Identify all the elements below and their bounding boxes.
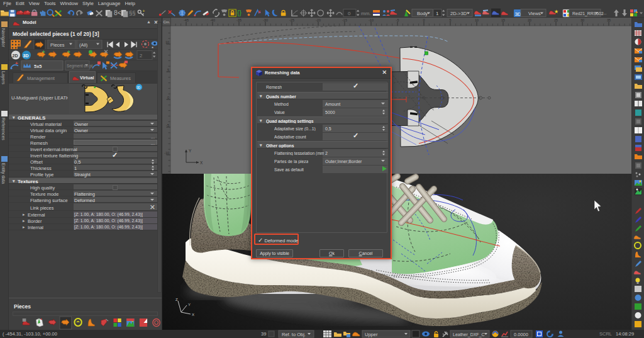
svg-text:x: x: [258, 9, 261, 14]
svg-text:Ref. to Obj.: Ref. to Obj.: [282, 332, 306, 337]
svg-text:Y: Y: [188, 303, 191, 307]
svg-text:0: 0: [167, 96, 169, 99]
svg-text:Body: Body: [417, 11, 428, 16]
svg-text:3D: 3D: [514, 11, 521, 17]
svg-text:-20: -20: [316, 18, 321, 22]
svg-text:5x5: 5x5: [34, 64, 42, 69]
svg-text:-35: -35: [236, 18, 242, 22]
svg-text:Cm.: Cm.: [164, 20, 170, 24]
svg-text:-40: -40: [210, 18, 215, 22]
svg-text:*: *: [152, 45, 153, 50]
svg-text:Red21_RRS502: Red21_RRS502: [572, 11, 604, 16]
svg-text:-5: -5: [166, 123, 169, 127]
svg-text:25: 25: [554, 18, 558, 22]
svg-text:15: 15: [501, 18, 505, 22]
svg-text:★: ★: [554, 9, 558, 14]
svg-text:...: ...: [602, 9, 607, 16]
svg-text:10: 10: [165, 40, 169, 44]
svg-text:Upper: Upper: [365, 332, 378, 337]
svg-text:X: X: [200, 161, 203, 165]
svg-text:1: 1: [436, 11, 439, 16]
svg-text:(All): (All): [79, 42, 88, 48]
svg-text:3D: 3D: [136, 86, 141, 89]
svg-text:-10: -10: [164, 151, 169, 155]
svg-text:-45: -45: [184, 18, 189, 22]
svg-text:-10: -10: [369, 18, 374, 22]
svg-text:§§: §§: [129, 9, 136, 16]
svg-text:5: 5: [167, 68, 169, 72]
svg-text:Z: Z: [175, 298, 178, 301]
svg-text:-15: -15: [342, 18, 347, 22]
svg-text:0.0000: 0.0000: [514, 332, 528, 337]
svg-text:30: 30: [580, 18, 584, 22]
svg-text:-25: -25: [289, 18, 294, 22]
svg-text:2D->3D: 2D->3D: [450, 11, 467, 16]
svg-text:-5: -5: [396, 18, 399, 22]
svg-text:-30: -30: [263, 18, 268, 22]
svg-text:Leather_DXF_C: Leather_DXF_C: [453, 332, 485, 337]
svg-text:10: 10: [475, 18, 479, 22]
svg-text:mm.: mm.: [361, 11, 371, 16]
svg-text:+: +: [67, 50, 70, 55]
svg-text:2: 2: [140, 53, 142, 59]
svg-text:X: X: [192, 313, 194, 317]
svg-text:{}: {}: [237, 9, 242, 16]
svg-text:2D: 2D: [13, 54, 18, 58]
svg-text:3D: 3D: [23, 54, 29, 58]
svg-text:+: +: [143, 9, 145, 13]
svg-text:+: +: [42, 50, 45, 55]
svg-text:8<: 8<: [114, 9, 121, 16]
svg-text:-: -: [79, 50, 80, 55]
svg-text:+: +: [15, 60, 18, 66]
svg-text:20: 20: [528, 18, 531, 22]
svg-text:Y: Y: [189, 149, 192, 153]
svg-text:35: 35: [607, 18, 611, 22]
svg-text:Pieces: Pieces: [50, 42, 65, 48]
svg-text:Segment on pi: Segment on pi: [67, 64, 92, 69]
svg-text:0: 0: [348, 11, 351, 16]
svg-text:+: +: [635, 10, 638, 14]
svg-text:-: -: [53, 50, 55, 55]
svg-text:0: 0: [423, 18, 425, 22]
svg-text:5: 5: [449, 18, 451, 22]
svg-text:Views: Views: [528, 11, 541, 16]
